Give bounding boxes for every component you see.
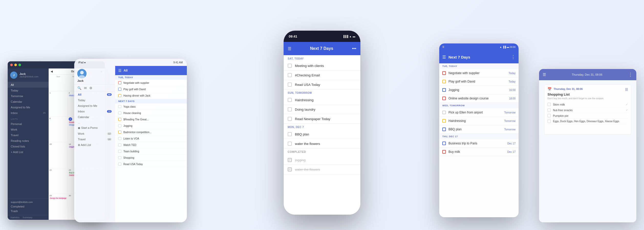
mac-nav-inbox[interactable]: Inbox 25 xyxy=(8,110,49,116)
mac-stats-link[interactable]: Statistics xyxy=(10,216,19,219)
checklist-checkbox[interactable] xyxy=(548,108,551,112)
ipad-nav-assigned[interactable]: Assigned to Me xyxy=(74,103,115,109)
ipad-search-icon[interactable]: 🔍 xyxy=(77,86,81,90)
task-item[interactable]: Having dinner with Jack xyxy=(115,93,187,99)
task-checkbox[interactable] xyxy=(442,80,446,83)
cal-cell[interactable]: 15 xyxy=(49,143,68,168)
task-item[interactable]: Yoga class xyxy=(115,103,187,110)
task-item[interactable]: BBQ plan Tomorrow xyxy=(439,125,519,134)
ipad-nav-inbox[interactable]: Inbox 18 xyxy=(74,109,115,114)
task-item[interactable]: BBQ plan xyxy=(284,130,360,139)
task-item[interactable]: Badminton competition... xyxy=(115,129,187,135)
checklist-item[interactable]: Skim milk ✓ xyxy=(548,102,628,107)
task-item[interactable]: Read USA Today xyxy=(115,161,187,167)
mac-nav-completed[interactable]: Completed xyxy=(10,204,46,209)
tablet-menu-icon[interactable]: ☰ xyxy=(543,72,546,77)
task-checkbox[interactable] xyxy=(442,128,446,131)
ipad-nav-calendar[interactable]: Calendar xyxy=(74,114,115,120)
ipad-nav-pomo[interactable]: ◉ Start a Pomo xyxy=(74,125,115,131)
task-checkbox[interactable] xyxy=(118,131,121,134)
task-checkbox[interactable] xyxy=(118,137,121,140)
ipad-mail-icon[interactable]: ✉ xyxy=(84,86,87,90)
mac-nav-assigned[interactable]: Assigned to Me xyxy=(8,105,49,110)
ipad-nav-travel[interactable]: Travel 16 xyxy=(74,136,115,142)
task-item[interactable]: Online website design course 18:00 xyxy=(439,94,519,103)
task-checkbox[interactable] xyxy=(288,142,292,146)
ipad-nav-today[interactable]: Today xyxy=(74,97,115,103)
checklist-item[interactable]: Eggs, Duck Eggs, Hen Eggs, Dinosaur Eggs… xyxy=(548,119,628,124)
task-item[interactable]: Buy milk Dec 17 xyxy=(439,148,519,156)
task-item[interactable]: Negotiate with supplier xyxy=(115,80,187,86)
task-item[interactable]: Watch TED xyxy=(115,142,187,148)
task-checkbox[interactable] xyxy=(288,132,292,136)
checklist-item[interactable]: Nut-free snacks ✓ xyxy=(548,107,628,113)
task-checkbox-done[interactable]: ✓ xyxy=(288,158,292,162)
mac-nav-support[interactable]: support@ticktick.com xyxy=(10,200,46,204)
checklist-item[interactable]: Pumpkin pie xyxy=(548,113,628,119)
tablet-edit-icon[interactable]: ||| xyxy=(625,87,628,91)
task-item[interactable]: Hairdressing xyxy=(284,95,360,105)
task-item[interactable]: Listen to VOA xyxy=(115,135,187,142)
checklist-checkbox[interactable] xyxy=(548,120,551,123)
mac-nav-personal[interactable]: Personal xyxy=(8,121,49,127)
task-item[interactable]: Team building xyxy=(115,148,187,155)
task-item[interactable]: Hairdressing Tomorrow xyxy=(439,117,519,125)
task-item[interactable]: Meeting with clients xyxy=(284,61,360,71)
task-checkbox[interactable] xyxy=(288,64,292,68)
task-checkbox[interactable] xyxy=(288,98,292,102)
task-item[interactable]: Play golf with David Today xyxy=(439,77,519,86)
mac-nav-reading[interactable]: Reading notes xyxy=(8,138,49,144)
iphone-menu-icon[interactable]: ☰ xyxy=(288,46,291,51)
ipad-nav-all[interactable]: All68 xyxy=(74,92,115,97)
android-more-icon[interactable]: ⋮ xyxy=(511,54,516,60)
mac-minimize-btn[interactable] xyxy=(14,64,17,66)
mac-nav-all[interactable]: All xyxy=(8,82,49,88)
task-checkbox[interactable] xyxy=(118,88,121,91)
task-checkbox[interactable] xyxy=(288,73,292,77)
mac-nav-closed[interactable]: Closed lists xyxy=(8,144,49,149)
task-checkbox[interactable] xyxy=(442,150,446,154)
mac-close-btn[interactable] xyxy=(10,64,13,66)
mac-nav-tomorrow[interactable]: Tomorrow xyxy=(8,93,49,99)
mac-nav-travel[interactable]: Travel xyxy=(8,132,49,138)
task-item[interactable]: House cleaning xyxy=(115,110,187,116)
task-checkbox[interactable] xyxy=(442,97,446,100)
task-checkbox[interactable] xyxy=(442,119,446,123)
mac-nav-work[interactable]: Work xyxy=(8,127,49,132)
checklist-checkbox[interactable] xyxy=(548,114,551,117)
task-item[interactable]: #Checking Email xyxy=(284,71,360,80)
task-item-done[interactable]: ✓ water the flowers xyxy=(284,165,360,174)
task-item[interactable]: Read Newspaper Today xyxy=(284,114,360,124)
task-checkbox[interactable] xyxy=(118,124,121,127)
mac-maximize-btn[interactable] xyxy=(18,64,21,66)
task-item[interactable]: Jogging xyxy=(115,123,187,129)
task-item[interactable]: Shopping xyxy=(115,155,187,161)
task-checkbox[interactable] xyxy=(288,117,292,121)
task-item[interactable]: Negotiate with supplier Today xyxy=(439,69,519,77)
task-checkbox[interactable] xyxy=(118,111,121,114)
mac-nav-trash[interactable]: Trash xyxy=(10,209,46,213)
iphone-scroll-area[interactable]: SAT, TODAY Meeting with clients #Checkin… xyxy=(284,55,360,215)
mac-nav-add-list[interactable]: + Add List xyxy=(8,149,49,155)
task-checkbox[interactable] xyxy=(442,142,446,145)
tablet-more-icon[interactable]: ⋮ xyxy=(628,72,633,77)
task-checkbox[interactable] xyxy=(442,71,446,75)
mac-nav-today[interactable]: Today xyxy=(8,88,49,93)
iphone-more-icon[interactable]: ••• xyxy=(352,46,356,51)
mac-nav-calendar[interactable]: Calendar xyxy=(8,99,49,105)
task-item[interactable]: Business trip to Paris Dec 17 xyxy=(439,139,519,148)
task-checkbox[interactable] xyxy=(118,105,121,108)
cal-cell[interactable]: 1 xyxy=(49,91,68,117)
ipad-nav-add-list[interactable]: ⊕ Add List xyxy=(74,142,115,148)
mac-summary-link[interactable]: Summary xyxy=(23,216,33,219)
task-checkbox[interactable] xyxy=(442,111,446,114)
ipad-settings-icon[interactable]: ⚙ xyxy=(89,86,92,90)
task-item[interactable]: water the flowers xyxy=(284,139,360,148)
cal-cell[interactable]: 29Design the landpage xyxy=(49,194,68,220)
task-checkbox[interactable] xyxy=(118,81,121,84)
task-item[interactable]: Jogging 16:00 xyxy=(439,86,519,94)
task-checkbox[interactable] xyxy=(288,107,292,111)
cal-cell[interactable]: 22 xyxy=(49,168,68,194)
task-checkbox[interactable] xyxy=(288,83,292,87)
cal-cell[interactable]: 8 xyxy=(49,117,68,143)
